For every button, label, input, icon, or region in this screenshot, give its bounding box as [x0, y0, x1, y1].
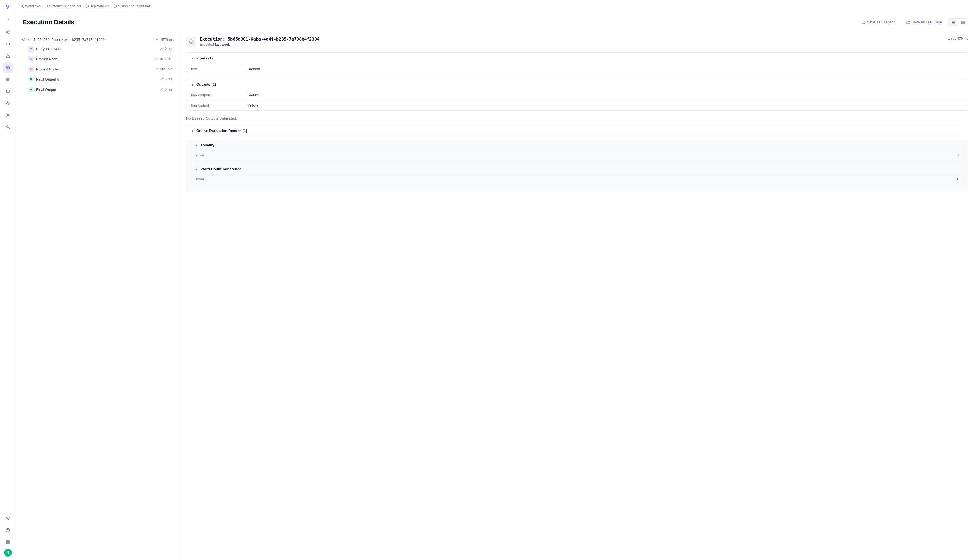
- tree-node-4[interactable]: Final Output 0 ms: [26, 85, 175, 94]
- sidebar-item-help[interactable]: [3, 525, 13, 535]
- node-4-time: 0: [165, 87, 167, 92]
- node-3-unit: ms: [168, 77, 172, 81]
- svg-point-23: [7, 126, 8, 127]
- tree-children: Entrypoint Node 0 ms: [20, 44, 175, 94]
- tree-node-2-label: Prompt Node 4: [36, 67, 152, 71]
- inputs-chevron-icon: ▲: [191, 57, 194, 60]
- breadcrumb-bot2[interactable]: customer-support-bot: [113, 4, 150, 8]
- breadcrumb-bot[interactable]: customer-support-bot: [44, 4, 81, 8]
- tree-node-1-label: Prompt Node: [36, 57, 152, 61]
- app-logo[interactable]: V: [4, 3, 12, 11]
- svg-line-3: [7, 31, 9, 32]
- sidebar-item-users[interactable]: [3, 513, 13, 523]
- tree-node-0[interactable]: Entrypoint Node 0 ms: [26, 44, 175, 53]
- node-0-time: 0: [165, 47, 167, 51]
- tree-root[interactable]: 5b65d301-6aba-4a4f-b235-7a798b4f2394 157…: [20, 35, 175, 44]
- node-4-unit: ms: [168, 87, 172, 92]
- node-1-unit: ms: [168, 57, 172, 61]
- save-as-scenario-button[interactable]: Save as Scenario: [857, 18, 900, 26]
- eval-chevron-icon: ▲: [191, 129, 194, 133]
- grid-view-button[interactable]: [958, 18, 968, 26]
- svg-point-61: [189, 40, 193, 44]
- tonality-score-value: 1: [957, 153, 959, 157]
- sidebar-item-list[interactable]: [3, 75, 13, 85]
- right-panel: Execution: 5b65d301-6aba-4a4f-b235-7a798…: [179, 31, 975, 560]
- view-toggle: [948, 18, 968, 26]
- execution-icon: [186, 37, 196, 47]
- wordcount-score-value: 0: [957, 177, 959, 181]
- svg-point-17: [7, 102, 8, 103]
- svg-point-16: [7, 90, 9, 91]
- save-as-testcase-label: Save as Test Case: [912, 20, 942, 24]
- svg-point-18: [6, 104, 7, 105]
- svg-point-8: [7, 67, 8, 68]
- breadcrumb-deployments[interactable]: Deployments: [85, 4, 109, 8]
- header-actions: Save as Scenario Save as Test Case: [857, 18, 968, 26]
- content-area: Execution Details Save as Scenario Save …: [16, 12, 975, 560]
- eval-section-title: Online Evaluation Results (1): [196, 128, 247, 133]
- output-key-2: final-output: [191, 103, 247, 107]
- outputs-section-body: final-output-5 Sweet final-output Yellow: [187, 90, 968, 110]
- output-icon-5: [28, 77, 34, 82]
- breadcrumb-sep-1: ›: [42, 4, 43, 8]
- output-value-2: Yellow: [247, 103, 258, 107]
- main-content: Workflows › customer-support-bot › Deplo…: [16, 0, 975, 560]
- svg-point-32: [21, 6, 21, 6]
- svg-rect-53: [30, 58, 32, 60]
- svg-point-48: [22, 40, 23, 40]
- svg-rect-47: [963, 22, 965, 23]
- eval-wordcount-header[interactable]: ▲ Word Count Adherence: [191, 164, 963, 174]
- svg-line-52: [23, 40, 24, 41]
- breadcrumb-workflows[interactable]: Workflows: [20, 4, 41, 8]
- svg-point-24: [7, 517, 8, 518]
- eval-tonality-body: score 1: [191, 150, 963, 160]
- tree-node-1[interactable]: Prompt Node 1573 ms: [26, 54, 175, 64]
- eval-section-header[interactable]: ▲ Online Evaluation Results (1): [187, 125, 968, 137]
- avatar[interactable]: N: [4, 549, 12, 557]
- outputs-section-title: Outputs (2): [196, 82, 216, 87]
- sidebar-item-compass[interactable]: [3, 63, 13, 73]
- tree-node-2[interactable]: Prompt Node 4 1320 ms: [26, 64, 175, 74]
- sidebar-item-pipeline[interactable]: ⑂: [3, 15, 13, 25]
- sidebar-item-key[interactable]: [3, 122, 13, 132]
- tree-node-3[interactable]: Final Output 5 0 ms: [26, 75, 175, 84]
- output-key-1: final-output-5: [191, 93, 247, 97]
- wordcount-score-row: score 0: [191, 174, 963, 184]
- eval-tonality-header[interactable]: ▲ Tonality: [191, 140, 963, 150]
- tonality-title: Tonality: [200, 143, 214, 147]
- tree-node-4-timing: 0 ms: [160, 87, 172, 92]
- tree-root-id: 5b65d301-6aba-4a4f-b235-7a798b4f2394: [33, 38, 153, 42]
- node-0-unit: ms: [168, 47, 172, 51]
- svg-rect-45: [963, 21, 965, 22]
- more-options-button[interactable]: ···: [965, 3, 970, 9]
- outputs-section-header[interactable]: ▲ Outputs (2): [187, 79, 968, 90]
- tree-root-time-value: 1579: [160, 38, 168, 42]
- svg-line-36: [22, 6, 23, 7]
- tree-node-2-timing: 1320 ms: [154, 67, 172, 71]
- left-panel: 5b65d301-6aba-4a4f-b235-7a798b4f2394 157…: [16, 31, 179, 560]
- tree-node-3-timing: 0 ms: [160, 77, 172, 81]
- sidebar-item-alert[interactable]: [3, 51, 13, 61]
- svg-rect-44: [962, 21, 963, 22]
- sidebar-item-share[interactable]: [3, 27, 13, 37]
- svg-rect-56: [30, 68, 32, 70]
- sidebar-item-docs[interactable]: [3, 537, 13, 547]
- svg-marker-38: [113, 5, 116, 8]
- save-as-testcase-button[interactable]: Save as Test Case: [902, 18, 946, 26]
- svg-rect-46: [962, 22, 963, 23]
- inputs-section-header[interactable]: ▲ Inputs (1): [187, 53, 968, 64]
- svg-point-2: [9, 33, 10, 34]
- tonality-chevron-icon: ▲: [195, 143, 198, 147]
- sidebar-item-code[interactable]: [3, 39, 13, 49]
- node-3-time: 0: [165, 77, 167, 81]
- output-value-1: Sweet: [247, 93, 257, 97]
- page-title: Execution Details: [23, 18, 74, 26]
- eval-wordcount-body: score 0: [191, 174, 963, 184]
- eval-tonality: ▲ Tonality score 1: [191, 140, 963, 160]
- sidebar-item-settings[interactable]: [3, 110, 13, 120]
- list-view-button[interactable]: [948, 18, 958, 26]
- sidebar-item-db[interactable]: [3, 86, 13, 97]
- sidebar-item-nodes[interactable]: [3, 98, 13, 108]
- svg-point-59: [30, 78, 32, 80]
- execution-tree: 5b65d301-6aba-4a4f-b235-7a798b4f2394 157…: [20, 35, 175, 94]
